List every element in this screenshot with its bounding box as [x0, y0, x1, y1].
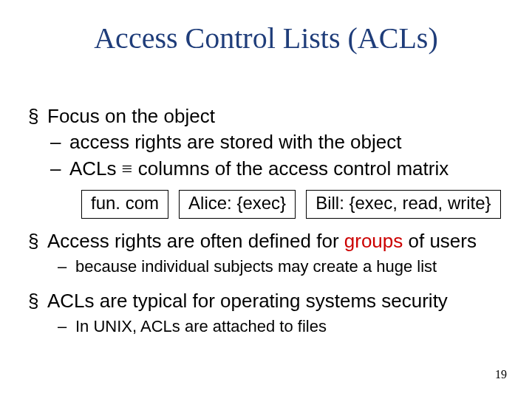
bullet-1a-text: access rights are stored with the object [69, 130, 401, 154]
bullet-2-red: groups [344, 230, 403, 252]
bullet-2-text: Access rights are often defined for grou… [47, 229, 477, 253]
square-bullet-icon: § [28, 229, 47, 253]
bullet-1b-pre: ACLs [69, 157, 122, 180]
bullet-1b: – ACLs ≡ columns of the access control m… [50, 157, 510, 181]
slide-title: Access Control Lists (ACLs) [0, 21, 532, 55]
acl-example-row: fun. com Alice: {exec} Bill: {exec, read… [81, 190, 510, 219]
bullet-1-text: Focus on the object [47, 104, 215, 129]
slide: Access Control Lists (ACLs) § Focus on t… [0, 0, 532, 399]
bullet-3a-text: In UNIX, ACLs are attached to files [75, 316, 327, 337]
slide-body: § Focus on the object – access rights ar… [28, 100, 510, 337]
acl-cell-object: fun. com [81, 190, 168, 219]
dash-bullet-icon: – [50, 130, 69, 154]
bullet-3a: – In UNIX, ACLs are attached to files [58, 316, 510, 337]
bullet-1b-text: ACLs ≡ columns of the access control mat… [69, 157, 449, 181]
bullet-2a-text: because individual subjects may create a… [75, 256, 437, 277]
bullet-2: § Access rights are often defined for gr… [28, 229, 510, 253]
square-bullet-icon: § [28, 289, 47, 313]
square-bullet-icon: § [28, 104, 47, 129]
bullet-3: § ACLs are typical for operating systems… [28, 289, 510, 313]
bullet-1b-post: columns of the access control matrix [132, 157, 449, 180]
dash-bullet-icon: – [50, 157, 69, 181]
dash-bullet-icon: – [58, 316, 75, 337]
acl-cell-bill: Bill: {exec, read, write} [306, 190, 500, 219]
bullet-1: § Focus on the object [28, 104, 510, 129]
dash-bullet-icon: – [58, 256, 75, 277]
bullet-3-text: ACLs are typical for operating systems s… [47, 289, 448, 313]
page-number: 19 [495, 368, 507, 381]
bullet-2-pre: Access rights are often defined for [47, 230, 344, 252]
identity-symbol-icon: ≡ [122, 158, 133, 180]
bullet-2-post: of users [403, 230, 477, 252]
bullet-2a: – because individual subjects may create… [58, 256, 510, 277]
acl-cell-alice: Alice: {exec} [179, 190, 296, 219]
bullet-1a: – access rights are stored with the obje… [50, 130, 510, 154]
